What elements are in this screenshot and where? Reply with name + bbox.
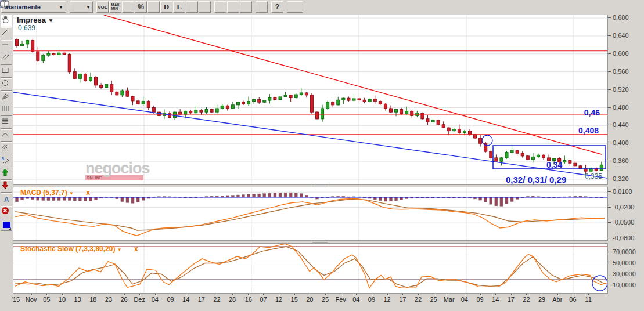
axis-tick	[480, 294, 481, 295]
axis-tick-label: 10	[53, 296, 71, 303]
trendline-tool[interactable]	[1, 27, 12, 39]
last-close-label: 0,335	[585, 172, 602, 180]
axis-tick-label: 09	[363, 296, 380, 303]
chart-style-dropdown[interactable]: ▼	[70, 1, 93, 13]
axis-tick-label: 10,0000	[613, 281, 636, 288]
axis-tick-label: 0,440	[613, 121, 629, 128]
axis-tick	[608, 125, 611, 125]
axis-tick-label: 17	[193, 296, 210, 303]
macd-panel[interactable]: MACD (5,37,7) ▼ x	[13, 187, 608, 241]
manual-button[interactable]	[287, 1, 303, 13]
zoom-in-button[interactable]	[240, 1, 252, 13]
rectangle-tool[interactable]	[1, 66, 12, 78]
stochastic-close-button[interactable]: x	[134, 245, 138, 253]
axis-tick-label: 22	[517, 296, 535, 303]
speed-lines-tool[interactable]	[1, 142, 12, 154]
axis-tick-label: 04	[347, 296, 365, 303]
axis-tick-label: 25	[316, 296, 334, 303]
axis-tick-label: 14	[487, 296, 504, 303]
axis-tick-label: 11	[580, 296, 597, 303]
axis-tick	[608, 207, 611, 208]
fibonacci-retracement-tool[interactable]	[1, 117, 12, 129]
axis-tick	[263, 294, 264, 295]
line-mode-button[interactable]: L	[173, 1, 185, 13]
maxmin-button[interactable]: MAXMIN	[109, 1, 121, 13]
ellipse-tool[interactable]	[1, 78, 12, 91]
axis-tick	[46, 294, 47, 295]
axis-tick	[139, 294, 140, 295]
color-picker[interactable]	[1, 219, 12, 231]
box-level-label: 0,34	[546, 160, 562, 169]
channel-button[interactable]	[147, 1, 160, 13]
axis-tick	[608, 274, 611, 274]
axis-tick-label: 30,0000	[613, 270, 636, 277]
daily-button[interactable]: D	[160, 1, 172, 13]
axis-tick	[608, 53, 611, 54]
axis-tick	[608, 71, 611, 72]
last-price-label: 0,639	[18, 24, 35, 32]
macd-close-button[interactable]: x	[86, 189, 90, 197]
axis-tick	[608, 35, 611, 36]
period-dropdown[interactable]: Diariamente ▼	[1, 1, 66, 13]
macd-title: MACD (5,37,7)	[20, 189, 67, 197]
fan-lines-tool[interactable]	[1, 91, 12, 103]
stochastic-header: Stochastic Slow (7,3,3,80,20) ▼ x	[20, 245, 138, 253]
axis-tick	[217, 294, 217, 295]
axis-tick-label: 0,520	[613, 86, 629, 93]
axis-tick	[310, 294, 310, 295]
axis-tick	[372, 294, 372, 295]
crosshair-button[interactable]	[186, 1, 198, 13]
parallel-lines-tool[interactable]	[1, 53, 12, 65]
zoom-out-button[interactable]	[227, 1, 239, 13]
axis-tick	[608, 161, 611, 161]
grid-toggle-button[interactable]	[122, 1, 134, 13]
svg-text:S: S	[2, 157, 5, 161]
axis-tick	[557, 294, 558, 295]
axis-tick-label: 22	[409, 296, 427, 303]
axis-tick-label: -0,0200	[613, 204, 634, 211]
macd-header: MACD (5,37,7) ▼ x	[20, 189, 90, 197]
percent-scale-button[interactable]: %	[135, 1, 147, 13]
delete-tool[interactable]	[1, 206, 12, 218]
axis-tick	[608, 179, 611, 179]
axis-tick	[465, 294, 465, 295]
text-tool[interactable]: A	[1, 193, 12, 205]
stochastic-panel[interactable]: Stochastic Slow (7,3,3,80,20) ▼ x	[13, 243, 608, 294]
help-button[interactable]: ?	[271, 1, 283, 13]
axis-tick	[16, 294, 16, 295]
speed-resistance-tool[interactable]: S	[1, 155, 12, 167]
chevron-down-icon[interactable]: ▼	[69, 191, 74, 196]
axis-tick-label: 26	[116, 296, 133, 303]
axis-tick	[418, 294, 419, 295]
horizontal-line-tool[interactable]	[1, 40, 12, 52]
axis-tick-label: 18	[84, 296, 102, 303]
axis-tick	[608, 191, 611, 192]
pan-hand-tool[interactable]	[1, 15, 12, 27]
axis-tick-label: 0,320	[613, 175, 629, 182]
axis-tick	[109, 294, 109, 295]
sell-arrow-tool[interactable]	[1, 180, 12, 193]
price-axis[interactable]: 0,6800,6400,6000,5600,5200,4800,4400,400…	[608, 0, 644, 311]
chevron-down-icon[interactable]: ▼	[117, 247, 122, 252]
vertical-grid-tool[interactable]	[1, 104, 12, 116]
chevron-down-icon: ▼	[59, 5, 63, 10]
symbol-dropdown[interactable]: Impresa ▼	[17, 16, 53, 24]
axis-tick-label: 04	[146, 296, 164, 303]
volume-button[interactable]: VOL	[96, 1, 109, 13]
drawing-toolbar: S A	[0, 14, 13, 311]
buy-arrow-tool[interactable]	[1, 168, 12, 180]
axis-tick-label: 0,360	[613, 157, 629, 164]
arc-tool[interactable]	[1, 129, 12, 142]
axis-tick-label: Nov	[23, 296, 40, 303]
print-button[interactable]	[256, 1, 268, 13]
main-chart-panel[interactable]: Impresa ▼ 0,639 negocios ONLINE 0,46 0,4…	[13, 15, 608, 185]
axis-tick	[449, 294, 449, 295]
axis-tick	[608, 238, 611, 238]
stochastic-title: Stochastic Slow (7,3,3,80,20)	[20, 245, 115, 253]
axis-tick-label: 06	[564, 296, 581, 303]
axis-tick-label: 15	[286, 296, 303, 303]
crosshair-tracking-button[interactable]: L	[199, 1, 211, 13]
axis-tick	[495, 294, 496, 295]
time-axis[interactable]: '15Nov051013182326Dez040914172228'160712…	[13, 294, 608, 305]
add-indicator-button[interactable]	[214, 1, 226, 13]
